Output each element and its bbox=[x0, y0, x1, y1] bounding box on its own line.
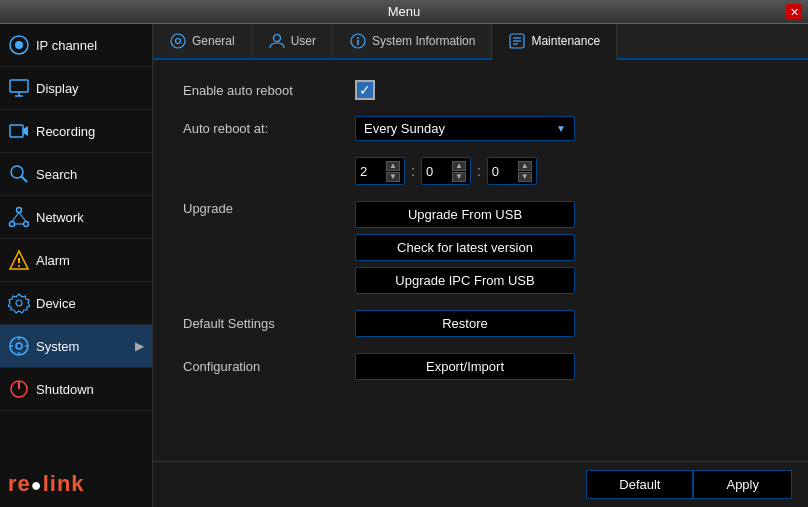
sidebar-label-device: Device bbox=[36, 296, 76, 311]
enable-auto-reboot-row: Enable auto reboot bbox=[183, 80, 778, 100]
sidebar-item-recording[interactable]: Recording bbox=[0, 110, 152, 153]
gear-icon bbox=[169, 32, 187, 50]
sidebar-label-search: Search bbox=[36, 167, 77, 182]
sidebar-item-network[interactable]: Network bbox=[0, 196, 152, 239]
upgrade-from-usb-button[interactable]: Upgrade From USB bbox=[355, 201, 575, 228]
title-bar: Menu ✕ bbox=[0, 0, 808, 24]
enable-auto-reboot-checkbox[interactable] bbox=[355, 80, 375, 100]
svg-rect-5 bbox=[10, 125, 23, 137]
upgrade-row: Upgrade Upgrade From USB Check for lates… bbox=[183, 201, 778, 294]
user-icon bbox=[268, 32, 286, 50]
tab-user-label: User bbox=[291, 34, 316, 48]
sidebar-item-system[interactable]: System ▶ bbox=[0, 325, 152, 368]
svg-point-28 bbox=[176, 39, 181, 44]
sidebar-item-ip-channel[interactable]: IP channel bbox=[0, 24, 152, 67]
upgrade-ipc-from-usb-button[interactable]: Upgrade IPC From USB bbox=[355, 267, 575, 294]
time-spinner-row: 2 ▲ ▼ : 0 ▲ ▼ : bbox=[183, 157, 778, 185]
close-button[interactable]: ✕ bbox=[786, 4, 802, 20]
minute-spinner-arrows: ▲ ▼ bbox=[452, 161, 466, 182]
svg-point-20 bbox=[16, 343, 22, 349]
sidebar: IP channel Display Recording Search Netw bbox=[0, 24, 153, 507]
sidebar-label-shutdown: Shutdown bbox=[36, 382, 94, 397]
svg-point-7 bbox=[11, 166, 23, 178]
reolink-logo: re●link bbox=[0, 461, 152, 507]
second-spinner-arrows: ▲ ▼ bbox=[518, 161, 532, 182]
system-icon bbox=[8, 335, 30, 357]
minute-spinner[interactable]: 0 ▲ ▼ bbox=[421, 157, 471, 185]
monitor-icon bbox=[8, 77, 30, 99]
default-button[interactable]: Default bbox=[586, 470, 693, 499]
time-sep-1: : bbox=[411, 163, 415, 179]
svg-line-8 bbox=[22, 177, 28, 183]
alarm-icon bbox=[8, 249, 30, 271]
sidebar-label-ip-channel: IP channel bbox=[36, 38, 97, 53]
shutdown-icon bbox=[8, 378, 30, 400]
configuration-label: Configuration bbox=[183, 359, 343, 374]
svg-point-18 bbox=[16, 300, 22, 306]
maintenance-panel: Enable auto reboot Auto reboot at: Every… bbox=[153, 60, 808, 461]
check-latest-version-button[interactable]: Check for latest version bbox=[355, 234, 575, 261]
camera-icon bbox=[8, 34, 30, 56]
recording-icon bbox=[8, 120, 30, 142]
content-area: General User System Information Maintena… bbox=[153, 24, 808, 507]
apply-button[interactable]: Apply bbox=[693, 470, 792, 499]
tab-user[interactable]: User bbox=[252, 24, 333, 58]
second-up-button[interactable]: ▲ bbox=[518, 161, 532, 171]
default-settings-label: Default Settings bbox=[183, 316, 343, 331]
logo-circle: ● bbox=[31, 475, 43, 495]
svg-point-27 bbox=[171, 34, 185, 48]
svg-point-11 bbox=[24, 222, 29, 227]
bottom-bar: Default Apply bbox=[153, 461, 808, 507]
sidebar-label-alarm: Alarm bbox=[36, 253, 70, 268]
sidebar-item-device[interactable]: Device bbox=[0, 282, 152, 325]
enable-auto-reboot-label: Enable auto reboot bbox=[183, 83, 343, 98]
logo-link: link bbox=[43, 471, 85, 496]
svg-line-13 bbox=[19, 213, 26, 222]
minute-up-button[interactable]: ▲ bbox=[452, 161, 466, 171]
main-layout: IP channel Display Recording Search Netw bbox=[0, 24, 808, 507]
hour-value: 2 bbox=[360, 164, 367, 179]
svg-point-9 bbox=[17, 208, 22, 213]
tab-system-information[interactable]: System Information bbox=[333, 24, 492, 58]
sidebar-item-shutdown[interactable]: Shutdown bbox=[0, 368, 152, 411]
sidebar-item-alarm[interactable]: Alarm bbox=[0, 239, 152, 282]
auto-reboot-select[interactable]: Every Sunday ▼ bbox=[355, 116, 575, 141]
sidebar-item-display[interactable]: Display bbox=[0, 67, 152, 110]
tab-system-information-label: System Information bbox=[372, 34, 475, 48]
hour-spinner[interactable]: 2 ▲ ▼ bbox=[355, 157, 405, 185]
sidebar-label-recording: Recording bbox=[36, 124, 95, 139]
restore-button[interactable]: Restore bbox=[355, 310, 575, 337]
hour-down-button[interactable]: ▼ bbox=[386, 172, 400, 182]
svg-point-1 bbox=[15, 41, 23, 49]
tab-general-label: General bbox=[192, 34, 235, 48]
title-bar-text: Menu bbox=[388, 4, 421, 19]
network-icon bbox=[8, 206, 30, 228]
second-spinner[interactable]: 0 ▲ ▼ bbox=[487, 157, 537, 185]
second-value: 0 bbox=[492, 164, 499, 179]
sidebar-label-display: Display bbox=[36, 81, 79, 96]
auto-reboot-at-label: Auto reboot at: bbox=[183, 121, 343, 136]
logo-re: re bbox=[8, 471, 31, 496]
tabs: General User System Information Maintena… bbox=[153, 24, 808, 60]
upgrade-label: Upgrade bbox=[183, 201, 343, 216]
auto-reboot-select-value: Every Sunday bbox=[364, 121, 445, 136]
time-spinners: 2 ▲ ▼ : 0 ▲ ▼ : bbox=[355, 157, 537, 185]
svg-point-17 bbox=[18, 265, 20, 267]
tab-maintenance-label: Maintenance bbox=[531, 34, 600, 48]
default-settings-row: Default Settings Restore bbox=[183, 310, 778, 337]
device-icon bbox=[8, 292, 30, 314]
tab-general[interactable]: General bbox=[153, 24, 252, 58]
svg-rect-2 bbox=[10, 80, 28, 92]
minute-down-button[interactable]: ▼ bbox=[452, 172, 466, 182]
upgrade-buttons: Upgrade From USB Check for latest versio… bbox=[355, 201, 575, 294]
hour-up-button[interactable]: ▲ bbox=[386, 161, 400, 171]
svg-point-10 bbox=[10, 222, 15, 227]
second-down-button[interactable]: ▼ bbox=[518, 172, 532, 182]
export-import-button[interactable]: Export/Import bbox=[355, 353, 575, 380]
tab-maintenance[interactable]: Maintenance bbox=[492, 24, 617, 60]
chevron-down-icon: ▼ bbox=[556, 123, 566, 134]
hour-spinner-arrows: ▲ ▼ bbox=[386, 161, 400, 182]
sidebar-label-system: System bbox=[36, 339, 79, 354]
auto-reboot-at-row: Auto reboot at: Every Sunday ▼ bbox=[183, 116, 778, 141]
sidebar-item-search[interactable]: Search bbox=[0, 153, 152, 196]
